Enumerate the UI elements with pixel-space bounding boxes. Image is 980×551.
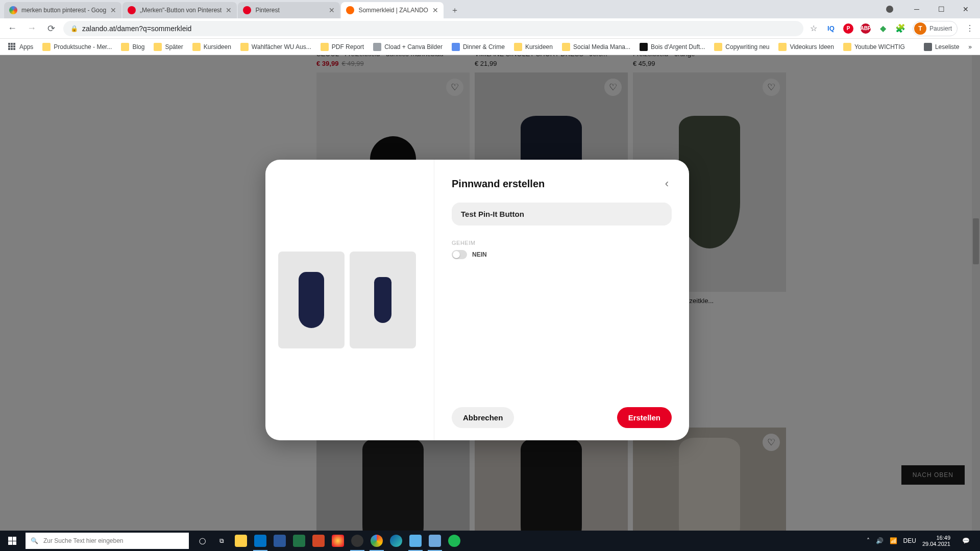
bookmark-label: Später bbox=[165, 43, 183, 51]
windows-taskbar: 🔍 Zur Suche Text hier eingeben ◯ ⧉ ˄ 🔊 📶… bbox=[0, 531, 980, 551]
window-minimize-button[interactable]: ─ bbox=[905, 2, 928, 17]
bookmark-label: Dinner & Crime bbox=[463, 43, 505, 51]
task-wordpad-icon[interactable] bbox=[426, 531, 444, 551]
account-dot-icon[interactable] bbox=[886, 6, 893, 13]
task-cortana-icon[interactable]: ◯ bbox=[193, 531, 211, 551]
task-edge-icon[interactable] bbox=[387, 531, 405, 551]
start-button[interactable] bbox=[0, 531, 24, 551]
tray-network-icon[interactable]: 📶 bbox=[890, 537, 897, 544]
bookmark-item[interactable]: Cload + Canva Bilder bbox=[370, 41, 446, 53]
tab-1[interactable]: „Merken"-Button von Pinterest ✕ bbox=[122, 2, 237, 18]
bookmark-item[interactable]: Wahlfächer WU Aus... bbox=[237, 41, 314, 53]
tab-3-active[interactable]: Sommerkleid | ZALANDO ✕ bbox=[341, 2, 443, 18]
nav-back-button[interactable]: ← bbox=[5, 21, 19, 36]
tab-close-icon[interactable]: ✕ bbox=[110, 6, 116, 14]
window-maximize-button[interactable]: ☐ bbox=[930, 2, 952, 17]
toolbar-actions: ☆ IQ P ABP ◆ 🧩 T Pausiert ⋮ bbox=[808, 21, 975, 36]
browser-toolbar: ← → ⟳ 🔒 zalando.at/damen?q=sommerkleid ☆… bbox=[0, 18, 980, 39]
extension-adblock-icon[interactable]: ABP bbox=[861, 23, 871, 34]
bookmark-item[interactable]: Dinner & Crime bbox=[449, 41, 508, 53]
bookmark-item[interactable]: Copywriting neu bbox=[711, 41, 772, 53]
search-icon: 🔍 bbox=[31, 537, 38, 544]
modal-back-icon[interactable]: ‹ bbox=[662, 174, 672, 193]
nav-forward-button[interactable]: → bbox=[24, 21, 39, 36]
bookmark-overflow-chevron[interactable]: » bbox=[965, 41, 975, 53]
secret-toggle[interactable]: NEIN bbox=[452, 250, 487, 259]
window-close-button[interactable]: ✕ bbox=[954, 2, 977, 17]
bookmark-item[interactable]: Kursideen bbox=[189, 41, 234, 53]
bookmark-label: Youtube WICHTIG bbox=[854, 43, 905, 51]
folder-icon bbox=[843, 43, 851, 51]
tab-close-icon[interactable]: ✕ bbox=[226, 6, 232, 14]
task-chrome-icon[interactable] bbox=[368, 531, 386, 551]
chrome-menu-icon[interactable]: ⋮ bbox=[965, 23, 975, 34]
tab-close-icon[interactable]: ✕ bbox=[432, 6, 438, 14]
taskbar-pinned: ◯ ⧉ bbox=[193, 531, 463, 551]
toggle-knob bbox=[453, 251, 460, 258]
address-bar[interactable]: 🔒 zalando.at/damen?q=sommerkleid bbox=[63, 21, 803, 36]
tab-title: Pinterest bbox=[255, 7, 325, 14]
task-word-icon[interactable] bbox=[271, 531, 289, 551]
nav-reload-button[interactable]: ⟳ bbox=[44, 21, 58, 36]
task-taskview-icon[interactable]: ⧉ bbox=[212, 531, 231, 551]
bookmark-item[interactable]: Youtube WICHTIG bbox=[840, 41, 908, 53]
favicon-pinterest bbox=[128, 6, 136, 14]
task-powerpoint-icon[interactable] bbox=[309, 531, 328, 551]
bookmark-label: Wahlfächer WU Aus... bbox=[252, 43, 311, 51]
task-mail-icon[interactable] bbox=[251, 531, 270, 551]
bookmark-item[interactable]: Kursideen bbox=[511, 41, 556, 53]
tray-volume-icon[interactable]: 🔊 bbox=[876, 537, 884, 544]
bookmark-readlist[interactable]: Leseliste bbox=[921, 41, 962, 53]
extensions-puzzle-icon[interactable]: 🧩 bbox=[895, 23, 905, 34]
extension-generic-icon[interactable]: ◆ bbox=[878, 23, 888, 34]
bookmark-apps[interactable]: Apps bbox=[5, 41, 36, 53]
folder-icon bbox=[514, 43, 522, 51]
modal-form-pane: Pinnwand erstellen ‹ GEHEIM NEIN Abbrech… bbox=[434, 160, 689, 440]
tray-clock[interactable]: 16:49 29.04.2021 bbox=[922, 535, 950, 547]
task-app-icon[interactable] bbox=[329, 531, 347, 551]
folder-icon bbox=[42, 43, 51, 51]
create-button[interactable]: Erstellen bbox=[617, 407, 672, 428]
list-icon bbox=[924, 43, 932, 51]
tray-chevron-up-icon[interactable]: ˄ bbox=[867, 537, 870, 544]
bookmark-item[interactable]: Produktsuche - Mer... bbox=[39, 41, 115, 53]
page-icon bbox=[640, 43, 648, 51]
tray-language[interactable]: DEU bbox=[903, 537, 916, 544]
bookmark-label: Blog bbox=[132, 43, 144, 51]
task-spotify-icon[interactable] bbox=[445, 531, 463, 551]
cancel-button[interactable]: Abbrechen bbox=[452, 407, 514, 428]
task-explorer-icon[interactable] bbox=[232, 531, 250, 551]
profile-chip[interactable]: T Pausiert bbox=[913, 21, 958, 36]
task-notepad-icon[interactable] bbox=[406, 531, 425, 551]
new-tab-button[interactable]: ＋ bbox=[448, 3, 462, 17]
extension-iq-icon[interactable]: IQ bbox=[826, 23, 836, 34]
board-name-input[interactable] bbox=[452, 203, 672, 226]
bookmarks-bar: Apps Produktsuche - Mer... Blog Später K… bbox=[0, 39, 980, 55]
tray-notification-icon[interactable]: 💬 bbox=[957, 531, 975, 551]
tab-title: Sommerkleid | ZALANDO bbox=[358, 7, 428, 14]
bookmark-item[interactable]: PDF Report bbox=[317, 41, 367, 53]
page-icon bbox=[373, 43, 381, 51]
bookmark-item[interactable]: Später bbox=[151, 41, 186, 53]
tab-close-icon[interactable]: ✕ bbox=[329, 6, 335, 14]
tab-title: merken button pinterest - Goog bbox=[21, 7, 106, 14]
page-icon bbox=[452, 43, 460, 51]
task-obs-icon[interactable] bbox=[348, 531, 366, 551]
modal-title: Pinnwand erstellen bbox=[452, 178, 545, 190]
extension-pinterest-icon[interactable]: P bbox=[843, 23, 853, 34]
task-excel-icon[interactable] bbox=[290, 531, 308, 551]
tab-0[interactable]: merken button pinterest - Goog ✕ bbox=[4, 2, 121, 18]
pinterest-create-board-modal: Pinnwand erstellen ‹ GEHEIM NEIN Abbrech… bbox=[265, 160, 689, 440]
bookmark-star-icon[interactable]: ☆ bbox=[808, 23, 819, 34]
bookmark-item[interactable]: Social Media Mana... bbox=[559, 41, 633, 53]
taskbar-search[interactable]: 🔍 Zur Suche Text hier eingeben bbox=[26, 533, 189, 549]
system-tray: ˄ 🔊 📶 DEU 16:49 29.04.2021 💬 bbox=[862, 531, 980, 551]
tab-2[interactable]: Pinterest ✕ bbox=[238, 2, 340, 18]
window-controls: ─ ☐ ✕ bbox=[886, 0, 980, 18]
bookmark-item[interactable]: Blog bbox=[118, 41, 148, 53]
bookmark-label: Social Media Mana... bbox=[573, 43, 630, 51]
bookmark-item[interactable]: Bois d'Argent Duft... bbox=[636, 41, 708, 53]
bookmark-item[interactable]: Videokurs Ideen bbox=[775, 41, 837, 53]
folder-icon bbox=[121, 43, 129, 51]
favicon-zalando bbox=[346, 6, 354, 14]
